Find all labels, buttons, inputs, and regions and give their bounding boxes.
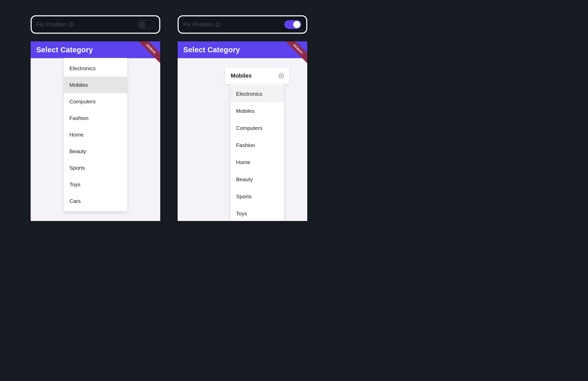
menu-item-mobiles[interactable]: Mobiles xyxy=(230,102,284,119)
selected-chip[interactable]: Mobiles + xyxy=(225,68,289,84)
menu-item-fashion[interactable]: Fashion xyxy=(64,110,127,126)
setting-left: Fix Position i xyxy=(183,21,220,28)
menu-item-label: Beauty xyxy=(236,176,253,182)
menu-item-label: Home xyxy=(236,159,250,165)
menu-item-label: Computers xyxy=(69,99,96,105)
plus-circle-icon: + xyxy=(279,73,284,78)
menu-item-label: Toys xyxy=(236,211,247,217)
fix-position-toggle[interactable] xyxy=(137,20,154,29)
fix-position-label: Fix Position xyxy=(36,21,66,28)
menu-item-sports[interactable]: Sports xyxy=(230,188,284,205)
menu-item-label: Home xyxy=(69,132,84,138)
app-frame-right: Select Category DEBUG Mobiles + Electron… xyxy=(178,41,307,221)
menu-item-cars[interactable]: Cars xyxy=(64,193,127,209)
setting-left: Fix Position i xyxy=(36,21,73,28)
toggle-knob xyxy=(139,21,146,29)
menu-item-mobiles[interactable]: Mobiles xyxy=(64,77,127,93)
menu-item-toys[interactable]: Toys xyxy=(230,205,284,221)
panel-left: Fix Position i Select Category DEBUG Ele… xyxy=(31,15,160,366)
menu-item-toys[interactable]: Toys xyxy=(64,176,127,193)
menu-item-label: Computers xyxy=(236,125,262,131)
fix-position-setting: Fix Position i xyxy=(31,15,160,34)
menu-item-label: Beauty xyxy=(69,148,86,154)
app-title: Select Category xyxy=(183,46,240,54)
fix-position-setting: Fix Position i xyxy=(178,15,307,34)
menu-item-electronics[interactable]: Electronics xyxy=(230,85,284,102)
menu-item-label: Fashion xyxy=(69,115,89,121)
menu-item-label: Mobiles xyxy=(236,108,254,114)
menu-item-electronics[interactable]: Electronics xyxy=(64,60,127,77)
fix-position-label: Fix Position xyxy=(183,21,213,28)
menu-item-home[interactable]: Home xyxy=(230,154,284,171)
menu-item-fashion[interactable]: Fashion xyxy=(230,137,284,154)
menu-item-label: Sports xyxy=(236,193,252,200)
menu-item-label: Toys xyxy=(69,181,80,188)
menu-item-label: Electronics xyxy=(69,65,96,71)
toggle-knob xyxy=(293,21,300,28)
menu-item-computers[interactable]: Computers xyxy=(64,93,127,110)
menu-item-beauty[interactable]: Beauty xyxy=(64,143,127,159)
menu-item-sports[interactable]: Sports xyxy=(64,159,127,176)
menu-item-beauty[interactable]: Beauty xyxy=(230,171,284,188)
app-frame-left: Select Category DEBUG Electronics Mobile… xyxy=(31,41,160,221)
fix-position-toggle[interactable] xyxy=(284,20,301,29)
menu-item-home[interactable]: Home xyxy=(64,126,127,143)
info-icon[interactable]: i xyxy=(216,22,220,27)
dropdown-menu: Electronics Mobiles Computers Fashion Ho… xyxy=(230,84,284,221)
menu-item-label: Fashion xyxy=(236,142,255,148)
menu-item-label: Electronics xyxy=(236,91,262,97)
panel-right: Fix Position i Select Category DEBUG Mob… xyxy=(178,15,307,366)
app-title: Select Category xyxy=(36,46,93,54)
info-icon[interactable]: i xyxy=(69,22,73,27)
dropdown-menu: Electronics Mobiles Computers Fashion Ho… xyxy=(64,58,127,211)
menu-item-computers[interactable]: Computers xyxy=(230,119,284,137)
selected-chip-label: Mobiles xyxy=(231,72,252,79)
menu-item-label: Mobiles xyxy=(69,82,88,88)
menu-item-label: Sports xyxy=(69,165,85,171)
menu-item-label: Cars xyxy=(69,198,81,204)
